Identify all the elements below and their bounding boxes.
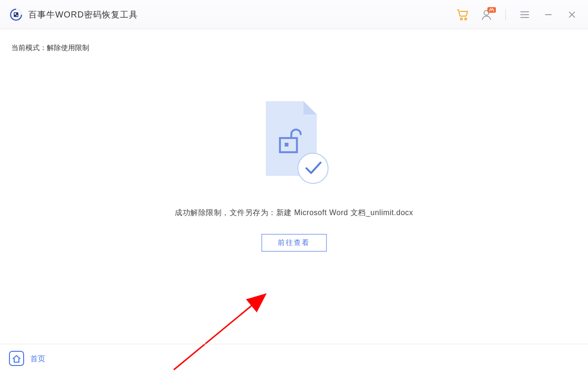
minimize-icon[interactable]	[542, 8, 555, 21]
result-panel: 成功解除限制，文件另存为：新建 Microsoft Word 文档_unlimi…	[175, 97, 413, 251]
home-label: 首页	[30, 354, 45, 364]
cart-icon[interactable]	[456, 8, 469, 21]
main-content: 当前模式：解除使用限制 成功解除限制，文件另存为：新建 Microsoft Wo…	[0, 29, 588, 344]
svg-point-16	[298, 153, 328, 183]
footer: 首页	[0, 344, 588, 374]
app-logo-icon	[9, 8, 23, 21]
svg-rect-18	[9, 351, 24, 365]
home-button[interactable]: 首页	[9, 350, 45, 368]
logo-group: 百事牛WORD密码恢复工具	[9, 8, 138, 21]
user-badge-icon	[487, 6, 496, 15]
go-view-button[interactable]: 前往查看	[261, 234, 326, 251]
divider	[505, 9, 506, 20]
mode-value: 解除使用限制	[47, 43, 89, 52]
success-prefix: 成功解除限制，文件另存为：	[175, 208, 276, 216]
svg-rect-15	[284, 142, 288, 146]
svg-point-5	[465, 18, 467, 20]
menu-icon[interactable]	[518, 8, 531, 21]
titlebar: 百事牛WORD密码恢复工具	[0, 0, 588, 29]
current-mode: 当前模式：解除使用限制	[11, 43, 577, 52]
svg-point-4	[460, 18, 462, 20]
app-title: 百事牛WORD密码恢复工具	[28, 9, 138, 20]
user-icon[interactable]	[480, 8, 493, 21]
svg-rect-3	[17, 15, 17, 16]
svg-rect-2	[15, 13, 16, 14]
close-icon[interactable]	[565, 8, 579, 21]
saved-filename: 新建 Microsoft Word 文档_unlimit.docx	[276, 208, 413, 216]
title-actions	[456, 8, 579, 21]
home-icon	[9, 350, 25, 368]
success-message: 成功解除限制，文件另存为：新建 Microsoft Word 文档_unlimi…	[175, 208, 413, 217]
mode-label: 当前模式：	[11, 43, 47, 52]
document-unlock-icon	[256, 97, 332, 189]
